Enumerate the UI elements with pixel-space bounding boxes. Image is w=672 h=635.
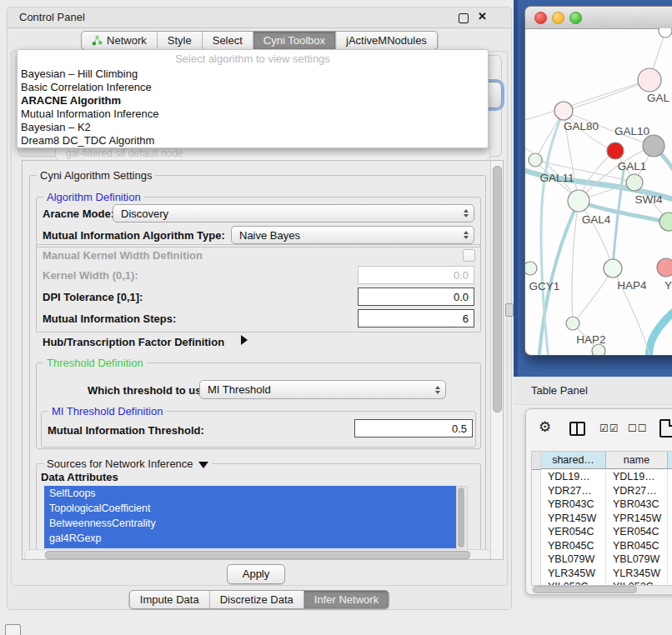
table-horizontal-scrollbar[interactable] (531, 586, 672, 593)
apply-button[interactable]: Apply (227, 564, 285, 584)
which-threshold-combobox[interactable]: MI Threshold (199, 380, 446, 399)
table-row[interactable]: YDR27…YDR27…12 (532, 484, 672, 498)
network-node-gcy1[interactable] (525, 262, 537, 275)
settings-horizontal-scrollbar[interactable] (24, 549, 491, 560)
network-window-titlebar[interactable] (525, 7, 672, 29)
app-root: { "icons": {"gear": "⚙", "checked_boxes"… (0, 0, 672, 635)
table-row[interactable]: YLR345WYLR345W9. (532, 567, 672, 581)
network-node-gal80[interactable] (554, 102, 573, 120)
window-close-button[interactable] (534, 12, 547, 24)
kernel-width-field[interactable]: 0.0 (358, 266, 474, 284)
bottom-tab-infer-network[interactable]: Infer Network (304, 591, 389, 608)
tab-style[interactable]: Style (158, 32, 203, 49)
collapse-arrow-icon[interactable] (198, 462, 208, 468)
network-node-gray-hub[interactable] (643, 135, 664, 157)
attributes-list-scrollbar[interactable] (456, 486, 468, 550)
row-gutter (532, 580, 541, 586)
close-panel-icon[interactable]: ✕ (478, 10, 487, 22)
node-label-gal80: GAL80 (564, 120, 599, 132)
show-columns-icon[interactable] (569, 422, 585, 436)
row-gutter (532, 484, 541, 498)
attribute-item-gal4rgexp[interactable]: gal4RGexp (44, 531, 456, 546)
dropdown-item-bayesian-hill-climbing[interactable]: Bayesian – Hill Climbing (18, 68, 488, 81)
column-header-name[interactable]: name (606, 452, 668, 469)
aracne-mode-combobox[interactable]: Discovery (113, 204, 474, 222)
network-node-partial-top[interactable] (659, 28, 672, 38)
network-node-green-right[interactable] (659, 212, 672, 231)
table-cell (668, 552, 672, 567)
control-panel-titlebar: Control Panel ✕ (8, 8, 511, 28)
window-minimize-button[interactable] (552, 12, 564, 24)
attribute-item-betweennesscentrality[interactable]: BetweennessCentrality (44, 516, 456, 531)
scrollbar-thumb[interactable] (458, 488, 464, 548)
manual-kernel-checkbox[interactable] (463, 249, 475, 262)
dropdown-item-mutual-information-inference[interactable]: Mutual Information Inference (18, 108, 488, 121)
tab-select[interactable]: Select (203, 32, 253, 49)
table-header: shared…nameA (532, 452, 672, 470)
network-node-pink-upper[interactable] (638, 68, 661, 92)
scrollbar-thumb[interactable] (493, 166, 502, 412)
network-tab-icon (92, 35, 103, 46)
table-row[interactable]: YPR145WYPR145W9. (532, 512, 672, 526)
bottom-tab-discretize-data[interactable]: Discretize Data (210, 591, 304, 608)
corner-widget-icon[interactable] (5, 624, 21, 635)
network-edge (525, 80, 649, 122)
expand-arrow-icon[interactable] (241, 335, 248, 345)
deselect-all-columns-icon[interactable]: ☐☐ (628, 422, 648, 434)
scrollbar-thumb[interactable] (533, 586, 637, 593)
table-cell: YIL052C (541, 580, 606, 586)
attribute-item-topologicalcoefficient[interactable]: TopologicalCoefficient (44, 501, 456, 516)
attribute-item-selfloops[interactable]: SelfLoops (44, 486, 456, 501)
table-row[interactable]: YDL19…YDL19…13 (532, 470, 672, 484)
float-window-icon[interactable] (459, 13, 469, 23)
dpi-tolerance-field[interactable]: 0.0 (358, 288, 474, 306)
network-canvas[interactable]: GALGAL80GAL10GAL11GAL1SWI4GAL4GCY1HAP4YH… (525, 28, 672, 355)
network-node-hap4[interactable] (604, 259, 622, 278)
cyni-algorithm-settings-title: Cyni Algorithm Settings (37, 169, 155, 182)
table-cell: YER054C (541, 525, 606, 539)
table-cell (668, 498, 672, 512)
table-row[interactable]: YIL052CYIL052C9 (532, 580, 672, 586)
network-node-salmon-right[interactable] (657, 258, 672, 277)
window-zoom-button[interactable] (569, 12, 582, 24)
tab-cyni-toolbox[interactable]: Cyni Toolbox (253, 32, 336, 49)
export-table-icon[interactable] (659, 419, 672, 438)
tab-label: jActiveMNodules (346, 34, 427, 47)
settings-scrollpane: Cyni Algorithm Settings Algorithm Defini… (22, 160, 504, 560)
dropdown-item-bayesian-k2[interactable]: Bayesian – K2 (18, 121, 488, 134)
column-header-shared[interactable]: shared… (541, 452, 606, 469)
table-row[interactable]: YBR045CYBR045C9. (532, 539, 672, 553)
column-header-a[interactable]: A (668, 452, 672, 469)
mi-steps-field[interactable]: 6 (358, 309, 474, 328)
network-node-gal1[interactable] (626, 174, 643, 191)
mi-threshold-field[interactable]: 0.5 (354, 419, 473, 438)
table-settings-gear-icon[interactable]: ⚙ (539, 420, 551, 434)
row-gutter (532, 552, 541, 567)
dropdown-item-dream8-dc-tdc-algorithm[interactable]: Dream8 DC_TDC Algorithm (18, 134, 488, 148)
table-row[interactable]: YBL079WYBL079W (532, 552, 672, 567)
settings-vertical-scrollbar[interactable] (490, 161, 503, 559)
tab-jactivemnodules[interactable]: jActiveMNodules (336, 32, 437, 49)
network-node-gal11[interactable] (529, 153, 542, 167)
tab-network[interactable]: Network (82, 32, 158, 49)
panel-divider-grip[interactable] (505, 303, 514, 317)
table-row[interactable]: YER054CYER054C8. (532, 525, 672, 539)
row-gutter (532, 452, 541, 470)
select-all-columns-icon[interactable]: ☑☑ (599, 422, 619, 434)
mi-algorithm-type-combobox[interactable]: Naive Bayes (231, 226, 474, 244)
scrollbar-thumb[interactable] (45, 551, 470, 559)
node-table: shared…nameA YDL19…YDL19…13YDR27…YDR27…1… (531, 451, 672, 586)
network-node-hap2[interactable] (566, 317, 579, 330)
table-body: YDL19…YDL19…13YDR27…YDR27…12YBR043CYBR04… (532, 470, 672, 586)
network-node-gal4[interactable] (568, 190, 589, 212)
row-gutter (532, 498, 541, 512)
table-row[interactable]: YBR043CYBR043C (532, 498, 672, 512)
dropdown-item-basic-correlation-inference[interactable]: Basic Correlation Inference (18, 81, 488, 94)
tab-label: Select (213, 34, 243, 47)
table-cell: YBR045C (606, 539, 668, 553)
dropdown-item-aracne-algorithm[interactable]: ARACNE Algorithm (18, 94, 488, 108)
network-node-gal10-red[interactable] (607, 142, 624, 159)
cyni-toolbox-panel: gal-filtered.sif default node Select alg… (11, 51, 508, 586)
node-label-gal10: GAL10 (614, 125, 649, 138)
bottom-tab-impute-data[interactable]: Impute Data (130, 591, 210, 608)
